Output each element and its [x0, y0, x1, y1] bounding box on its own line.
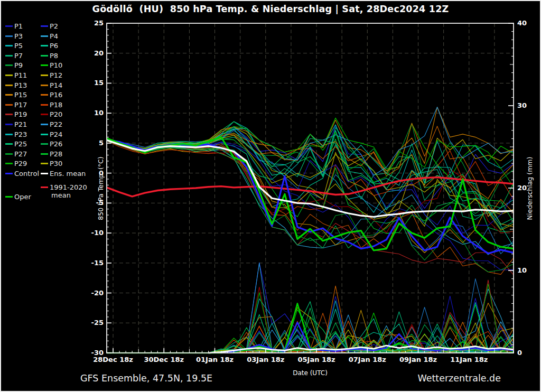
left-tick-label: -25 [81, 319, 104, 327]
footer-model-info: GFS Ensemble, 47.5N, 19.5E [80, 373, 212, 384]
left-tick-label: 5 [81, 139, 104, 147]
member-temp-P14 [107, 120, 514, 199]
member-temp-P15 [107, 107, 514, 174]
x-tick-label: 03Jan 18z [240, 356, 291, 364]
footer-brand: Wetterzentrale.de [417, 373, 501, 384]
left-tick-label: 15 [81, 79, 104, 87]
x-tick-label: 28Dec 18z [88, 356, 138, 364]
right-tick-label: 0 [517, 349, 538, 357]
x-tick-label: 11Jan 18z [444, 356, 495, 364]
oper-precip-line [107, 303, 514, 353]
x-tick-label: 07Jan 18z [342, 356, 393, 364]
left-tick-label: -20 [81, 289, 104, 297]
ensemble-chart [1, 1, 541, 392]
right-tick-label: 30 [517, 101, 538, 110]
right-axis-label: Niederschlag (mm) [526, 150, 534, 227]
x-axis-label: Date (UTC) [257, 369, 363, 377]
oper-temp-line [107, 137, 514, 250]
member-temp-P27 [107, 140, 514, 272]
member-precip-P20 [107, 287, 514, 353]
left-tick-label: -15 [81, 259, 104, 267]
meteogram-page: Gödöllő (HU) 850 hPa Temp. & Niederschla… [0, 0, 541, 392]
x-tick-label: 05Jan 18z [291, 356, 342, 364]
member-precip-P19 [107, 280, 514, 353]
member-temp-P22 [107, 107, 514, 175]
member-precip-P15 [107, 303, 514, 353]
control-temp-line [107, 140, 514, 254]
x-tick-label: 01Jan 18z [190, 356, 240, 364]
member-precip-P29 [107, 284, 514, 353]
left-tick-label: 25 [81, 19, 104, 27]
left-tick-label: -10 [81, 229, 104, 237]
right-tick-label: 10 [517, 266, 538, 275]
member-temp-P19 [107, 140, 514, 275]
left-tick-label: 20 [81, 49, 104, 58]
x-tick-label: 09Jan 18z [393, 356, 444, 364]
left-tick-label: 10 [81, 109, 104, 117]
right-tick-label: 40 [517, 19, 538, 27]
left-axis-label: 850 hPa Temp. (°C) [97, 152, 105, 226]
x-tick-label: 30Dec 18z [138, 356, 189, 364]
member-temp-P16 [107, 123, 514, 217]
